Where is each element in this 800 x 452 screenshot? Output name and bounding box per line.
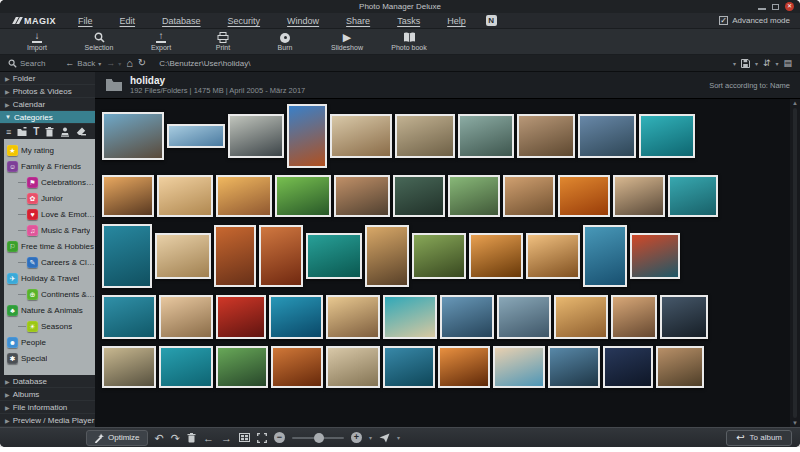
photo-book-button[interactable]: Photo book <box>380 30 438 54</box>
tree-item-junior[interactable]: ✿Junior <box>4 190 95 206</box>
photo-thumbnail[interactable] <box>668 175 718 217</box>
home-icon[interactable]: ⌂ <box>126 58 133 68</box>
menu-database[interactable]: Database <box>162 16 201 26</box>
minimize-icon[interactable] <box>758 8 766 10</box>
photo-thumbnail[interactable] <box>440 295 494 339</box>
sidebar-item-photos-videos[interactable]: ▶ Photos & Videos <box>0 85 95 98</box>
tree-item-celebrations-parties[interactable]: ⚑Celebrations & Parties <box>4 174 95 190</box>
list-view-icon[interactable]: ≡ <box>6 126 11 138</box>
back-history-icon[interactable]: ▾ <box>98 60 101 67</box>
photo-thumbnail[interactable] <box>503 175 555 217</box>
photo-thumbnail[interactable] <box>412 233 466 279</box>
photo-thumbnail[interactable] <box>583 225 627 287</box>
refresh-icon[interactable]: ↻ <box>138 58 146 68</box>
search-control[interactable]: Search <box>8 59 45 68</box>
sidebar-item-folder[interactable]: ▶ Folder <box>0 72 95 85</box>
menu-tasks[interactable]: Tasks <box>397 16 420 26</box>
tree-item-continents-countries[interactable]: ⊕Continents & Countries <box>4 286 95 302</box>
tree-item-free-time-hobbies[interactable]: ⚐Free time & Hobbies <box>4 238 95 254</box>
photo-thumbnail[interactable] <box>102 295 156 339</box>
photo-thumbnail[interactable] <box>554 295 608 339</box>
back-button[interactable]: ← Back ▾ <box>65 58 101 68</box>
rename-icon[interactable]: T <box>33 126 39 138</box>
photo-thumbnail[interactable] <box>287 104 327 168</box>
sidebar-item-database[interactable]: ▶ Database <box>0 375 95 388</box>
photo-thumbnail[interactable] <box>259 225 303 287</box>
zoom-out-icon[interactable]: − <box>274 432 285 443</box>
photo-thumbnail[interactable] <box>159 346 213 388</box>
photo-thumbnail[interactable] <box>155 233 211 279</box>
menu-window[interactable]: Window <box>287 16 319 26</box>
address-path[interactable]: C:\Benutzer\User\holiday\ <box>159 59 250 68</box>
save-icon[interactable] <box>741 59 750 68</box>
photo-thumbnail[interactable] <box>393 175 445 217</box>
maximize-icon[interactable] <box>772 4 779 10</box>
send-icon[interactable] <box>379 433 390 443</box>
tree-item-love-emotions[interactable]: ♥Love & Emotions <box>4 206 95 222</box>
photo-thumbnail[interactable] <box>548 346 600 388</box>
news-icon[interactable]: N <box>486 15 497 26</box>
slideshow-button[interactable]: ▶ Slideshow <box>318 30 376 54</box>
menu-edit[interactable]: Edit <box>120 16 136 26</box>
photo-thumbnail[interactable] <box>326 346 380 388</box>
photo-thumbnail[interactable] <box>326 295 380 339</box>
tree-item-careers-clubs[interactable]: ✎Careers & Clubs <box>4 254 95 270</box>
photo-thumbnail[interactable] <box>159 295 213 339</box>
photo-thumbnail[interactable] <box>383 295 437 339</box>
photo-thumbnail[interactable] <box>493 346 545 388</box>
burn-button[interactable]: Burn <box>256 30 314 54</box>
menu-help[interactable]: Help <box>447 16 466 26</box>
sidebar-item-calendar[interactable]: ▶ Calendar <box>0 98 95 111</box>
photo-thumbnail[interactable] <box>102 346 156 388</box>
eraser-icon[interactable] <box>76 127 87 136</box>
photo-thumbnail[interactable] <box>216 175 272 217</box>
menu-share[interactable]: Share <box>346 16 370 26</box>
zoom-slider[interactable] <box>292 437 344 439</box>
delete-icon[interactable] <box>45 127 54 137</box>
fullscreen-icon[interactable] <box>257 433 267 443</box>
photo-thumbnail[interactable] <box>167 124 225 148</box>
photo-thumbnail[interactable] <box>306 233 362 279</box>
photo-thumbnail[interactable] <box>438 346 490 388</box>
photo-thumbnail[interactable] <box>330 114 392 158</box>
menu-file[interactable]: File <box>78 16 93 26</box>
sidebar-item-albums[interactable]: ▶ Albums <box>0 388 95 401</box>
photo-thumbnail[interactable] <box>458 114 514 158</box>
sort-dropdown-icon[interactable]: ▾ <box>775 60 778 67</box>
view-dropdown-icon[interactable]: ▾ <box>733 60 736 67</box>
tree-item-family-friends[interactable]: ☺Family & Friends <box>4 158 95 174</box>
photo-thumbnail[interactable] <box>157 175 213 217</box>
optimize-button[interactable]: Optimize <box>86 430 148 446</box>
thumbnail-view-icon[interactable] <box>239 433 250 442</box>
photo-thumbnail[interactable] <box>469 233 523 279</box>
photo-thumbnail[interactable] <box>271 346 323 388</box>
photo-thumbnail[interactable] <box>448 175 500 217</box>
photo-thumbnail[interactable] <box>216 346 268 388</box>
photo-thumbnail[interactable] <box>275 175 331 217</box>
photo-thumbnail[interactable] <box>365 225 409 287</box>
photo-thumbnail[interactable] <box>611 295 657 339</box>
zoom-in-icon[interactable]: + <box>351 432 362 443</box>
photo-thumbnail[interactable] <box>102 112 164 160</box>
menu-security[interactable]: Security <box>228 16 261 26</box>
rotate-left-icon[interactable]: ↶ <box>155 432 164 444</box>
scroll-up-icon[interactable]: ▲ <box>792 100 798 106</box>
save-dropdown-icon[interactable]: ▾ <box>755 60 758 67</box>
photo-thumbnail[interactable] <box>630 233 680 279</box>
sort-order-icon[interactable]: ⇵ <box>763 58 771 68</box>
photo-thumbnail[interactable] <box>395 114 455 158</box>
photo-thumbnail[interactable] <box>613 175 665 217</box>
close-icon[interactable]: ✕ <box>785 2 794 11</box>
photo-thumbnail[interactable] <box>558 175 610 217</box>
sidebar-item-file-information[interactable]: ▶ File information <box>0 401 95 414</box>
tree-item-nature-animals[interactable]: ♣Nature & Animals <box>4 302 95 318</box>
photo-thumbnail[interactable] <box>216 295 266 339</box>
tree-item-my-rating[interactable]: ★My rating <box>4 142 95 158</box>
selection-button[interactable]: Selection <box>70 30 128 54</box>
photo-thumbnail[interactable] <box>269 295 323 339</box>
tree-item-music-party[interactable]: ♫Music & Party <box>4 222 95 238</box>
advanced-mode-checkbox[interactable]: ✓ <box>719 16 728 25</box>
to-album-button[interactable]: ↩ To album <box>726 430 792 446</box>
sidebar-item-preview-media-player[interactable]: ▶ Preview / Media Player <box>0 414 95 427</box>
zoom-dropdown-icon[interactable]: ▾ <box>369 434 372 441</box>
